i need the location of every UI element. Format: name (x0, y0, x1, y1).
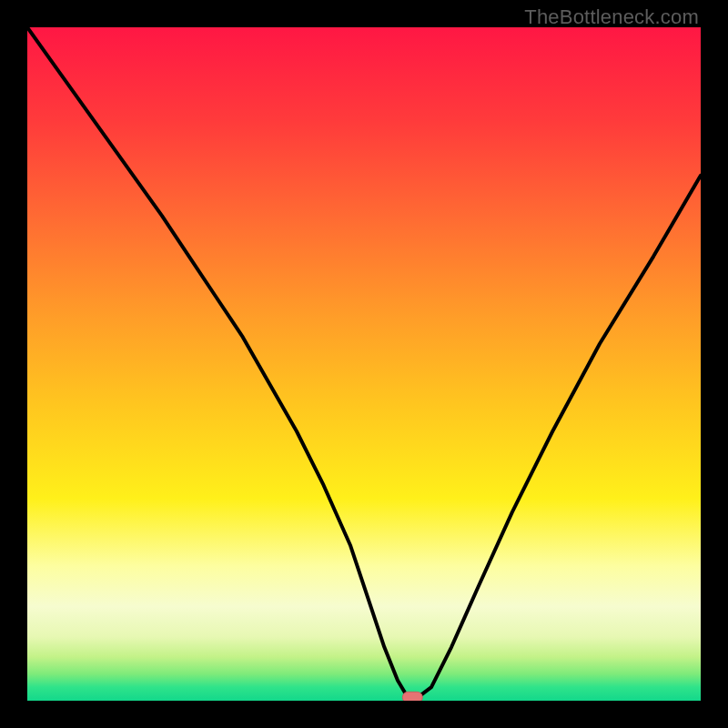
bottleneck-chart (27, 27, 701, 701)
watermark-text: TheBottleneck.com (524, 5, 699, 29)
chart-background (27, 27, 701, 701)
chart-frame: { "watermark": "TheBottleneck.com", "col… (0, 0, 728, 728)
marker-optimal-point (402, 692, 422, 701)
